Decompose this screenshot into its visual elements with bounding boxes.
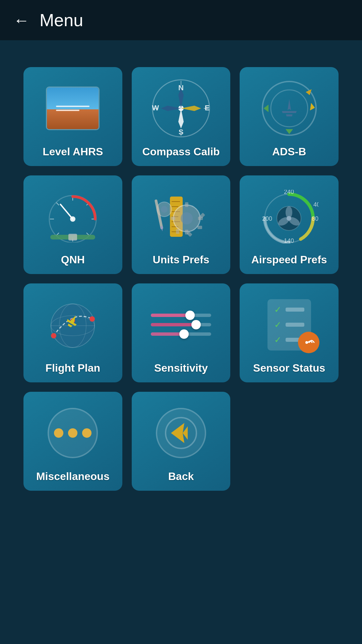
- svg-point-51: [161, 206, 168, 213]
- tile-grid-row4: Miscellaneous Back: [23, 392, 339, 491]
- svg-marker-16: [288, 99, 291, 110]
- svg-point-71: [89, 316, 95, 322]
- svg-marker-12: [181, 106, 201, 111]
- tile-qnh[interactable]: QNH: [23, 175, 122, 274]
- svg-rect-49: [176, 229, 179, 234]
- tile-ads-b[interactable]: ADS-B: [240, 67, 339, 166]
- header-back-button[interactable]: ←: [13, 11, 29, 30]
- svg-text:40: 40: [313, 201, 318, 208]
- svg-text:E: E: [205, 104, 210, 112]
- tile-sensitivity[interactable]: Sensitivity: [132, 283, 231, 382]
- slider-row-2: [151, 323, 211, 326]
- sensor-status-label: Sensor Status: [253, 362, 325, 374]
- svg-text:S: S: [179, 128, 184, 136]
- ads-b-icon: [248, 75, 330, 142]
- qnh-icon: [32, 183, 114, 250]
- tile-miscellaneous[interactable]: Miscellaneous: [23, 392, 122, 491]
- svg-text:W: W: [152, 104, 159, 112]
- svg-marker-18: [286, 114, 293, 116]
- tile-level-ahrs[interactable]: Level AHRS: [23, 67, 122, 166]
- header-title: Menu: [40, 10, 83, 30]
- slider-row-1: [151, 314, 211, 317]
- svg-marker-17: [282, 111, 297, 113]
- miscellaneous-icon: [32, 400, 114, 466]
- airspeed-prefs-icon: 240 40 80 200 140: [248, 183, 330, 250]
- sensor-status-icon: ✓ ✓ ✓: [248, 291, 330, 358]
- svg-text:80: 80: [312, 215, 318, 222]
- airspeed-prefs-label: Airspeed Prefs: [251, 254, 327, 266]
- tile-back[interactable]: Back: [132, 392, 231, 491]
- level-ahrs-label: Level AHRS: [43, 146, 103, 158]
- tile-flight-plan[interactable]: Flight Plan: [23, 283, 122, 382]
- sensitivity-icon: [140, 291, 223, 358]
- svg-point-41: [181, 212, 193, 224]
- tile-units-prefs[interactable]: Units Prefs: [132, 175, 231, 274]
- units-prefs-icon: [140, 183, 223, 250]
- slider-row-3: [151, 332, 211, 336]
- svg-rect-44: [171, 217, 175, 220]
- back-icon: [140, 400, 223, 466]
- header: ← Menu: [0, 0, 362, 40]
- svg-line-28: [60, 204, 73, 219]
- tile-airspeed-prefs[interactable]: 240 40 80 200 140 Airspeed Pref: [240, 175, 339, 274]
- main-content: Level AHRS: [0, 40, 362, 511]
- compass-calib-icon: N S E W: [140, 75, 223, 142]
- svg-text:200: 200: [262, 215, 272, 222]
- tile-grid-row2: QNH: [23, 175, 339, 274]
- tile-grid-row3: Flight Plan: [23, 283, 339, 382]
- units-prefs-label: Units Prefs: [153, 254, 209, 266]
- svg-rect-31: [68, 234, 77, 240]
- level-ahrs-icon: [32, 75, 114, 142]
- svg-text:140: 140: [284, 237, 294, 244]
- compass-calib-label: Compass Calib: [142, 146, 220, 158]
- ads-b-label: ADS-B: [272, 146, 306, 158]
- svg-rect-42: [185, 202, 188, 207]
- svg-point-29: [70, 216, 75, 222]
- qnh-label: QNH: [61, 254, 85, 266]
- tile-sensor-status[interactable]: ✓ ✓ ✓: [240, 283, 339, 382]
- svg-point-64: [287, 216, 291, 221]
- empty-cell: [240, 392, 339, 491]
- svg-text:240: 240: [284, 190, 294, 195]
- svg-marker-77: [171, 423, 184, 443]
- svg-rect-47: [197, 226, 202, 229]
- svg-line-26: [56, 203, 59, 205]
- sensitivity-label: Sensitivity: [154, 362, 208, 374]
- tile-compass-calib[interactable]: N S E W: [132, 67, 231, 166]
- back-label: Back: [168, 470, 194, 483]
- flight-plan-label: Flight Plan: [46, 362, 101, 374]
- flight-plan-icon: [32, 291, 114, 358]
- svg-marker-13: [161, 106, 181, 111]
- svg-marker-11: [178, 108, 184, 128]
- tile-grid-row1: Level AHRS: [23, 67, 339, 166]
- svg-marker-53: [160, 226, 164, 231]
- miscellaneous-label: Miscellaneous: [36, 470, 110, 483]
- svg-point-69: [51, 333, 56, 338]
